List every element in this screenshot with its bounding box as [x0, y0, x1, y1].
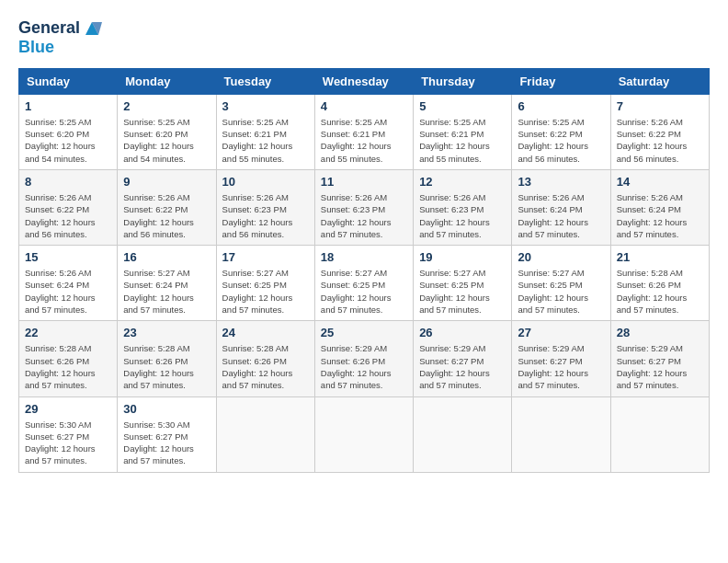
logo: General Blue [18, 18, 102, 57]
cell-text: Sunrise: 5:29 AM Sunset: 6:27 PM Dayligh… [518, 342, 604, 391]
cell-text: Sunrise: 5:26 AM Sunset: 6:22 PM Dayligh… [123, 191, 210, 240]
cell-text: Sunrise: 5:28 AM Sunset: 6:26 PM Dayligh… [222, 342, 309, 391]
day-number: 13 [518, 175, 604, 189]
header-day-saturday: Saturday [610, 68, 709, 94]
cell-text: Sunrise: 5:26 AM Sunset: 6:24 PM Dayligh… [617, 191, 703, 240]
day-number: 11 [321, 175, 407, 189]
cell-text: Sunrise: 5:29 AM Sunset: 6:27 PM Dayligh… [419, 342, 506, 391]
calendar-cell: 14Sunrise: 5:26 AM Sunset: 6:24 PM Dayli… [610, 169, 709, 245]
calendar-week-4: 22Sunrise: 5:28 AM Sunset: 6:26 PM Dayli… [19, 321, 710, 396]
cell-text: Sunrise: 5:25 AM Sunset: 6:20 PM Dayligh… [25, 116, 111, 165]
day-number: 8 [25, 175, 111, 189]
header-row: SundayMondayTuesdayWednesdayThursdayFrid… [19, 68, 710, 94]
day-number: 1 [25, 99, 111, 113]
calendar-cell: 25Sunrise: 5:29 AM Sunset: 6:26 PM Dayli… [314, 321, 413, 396]
header-day-tuesday: Tuesday [216, 68, 314, 94]
cell-text: Sunrise: 5:25 AM Sunset: 6:21 PM Dayligh… [419, 116, 506, 165]
day-number: 6 [518, 99, 604, 113]
cell-text: Sunrise: 5:27 AM Sunset: 6:24 PM Dayligh… [123, 267, 210, 316]
cell-text: Sunrise: 5:26 AM Sunset: 6:24 PM Dayligh… [25, 267, 111, 316]
day-number: 30 [123, 402, 210, 416]
calendar-cell: 29Sunrise: 5:30 AM Sunset: 6:27 PM Dayli… [19, 396, 118, 472]
header-day-thursday: Thursday [414, 68, 512, 94]
calendar-cell: 24Sunrise: 5:28 AM Sunset: 6:26 PM Dayli… [216, 321, 314, 396]
calendar-cell: 20Sunrise: 5:27 AM Sunset: 6:25 PM Dayli… [512, 246, 610, 321]
calendar-table: SundayMondayTuesdayWednesdayThursdayFrid… [18, 68, 710, 473]
cell-text: Sunrise: 5:25 AM Sunset: 6:20 PM Dayligh… [123, 116, 210, 165]
day-number: 27 [518, 326, 604, 339]
cell-text: Sunrise: 5:26 AM Sunset: 6:23 PM Dayligh… [321, 191, 407, 240]
calendar-cell: 22Sunrise: 5:28 AM Sunset: 6:26 PM Dayli… [19, 321, 118, 396]
calendar-cell: 30Sunrise: 5:30 AM Sunset: 6:27 PM Dayli… [118, 396, 216, 472]
calendar-cell: 3Sunrise: 5:25 AM Sunset: 6:21 PM Daylig… [216, 94, 314, 169]
calendar-cell: 17Sunrise: 5:27 AM Sunset: 6:25 PM Dayli… [216, 246, 314, 321]
day-number: 17 [222, 250, 309, 264]
cell-text: Sunrise: 5:30 AM Sunset: 6:27 PM Dayligh… [25, 419, 111, 467]
day-number: 14 [617, 175, 703, 189]
day-number: 18 [321, 250, 407, 264]
day-number: 2 [123, 99, 210, 113]
cell-text: Sunrise: 5:26 AM Sunset: 6:22 PM Dayligh… [617, 116, 703, 165]
day-number: 20 [518, 250, 604, 264]
day-number: 9 [123, 175, 210, 189]
calendar-cell: 1Sunrise: 5:25 AM Sunset: 6:20 PM Daylig… [19, 94, 118, 169]
calendar-cell: 18Sunrise: 5:27 AM Sunset: 6:25 PM Dayli… [314, 246, 413, 321]
calendar-cell: 5Sunrise: 5:25 AM Sunset: 6:21 PM Daylig… [414, 94, 512, 169]
calendar-cell: 8Sunrise: 5:26 AM Sunset: 6:22 PM Daylig… [19, 169, 118, 245]
day-number: 23 [123, 326, 210, 339]
cell-text: Sunrise: 5:30 AM Sunset: 6:27 PM Dayligh… [123, 419, 210, 467]
cell-text: Sunrise: 5:29 AM Sunset: 6:26 PM Dayligh… [321, 342, 407, 391]
day-number: 26 [419, 326, 506, 339]
calendar-cell: 13Sunrise: 5:26 AM Sunset: 6:24 PM Dayli… [512, 169, 610, 245]
logo-text: General [18, 18, 102, 39]
calendar-cell: 15Sunrise: 5:26 AM Sunset: 6:24 PM Dayli… [19, 246, 118, 321]
day-number: 7 [617, 99, 703, 113]
header-day-friday: Friday [512, 68, 610, 94]
cell-text: Sunrise: 5:28 AM Sunset: 6:26 PM Dayligh… [123, 342, 210, 391]
cell-text: Sunrise: 5:27 AM Sunset: 6:25 PM Dayligh… [222, 267, 309, 316]
cell-text: Sunrise: 5:27 AM Sunset: 6:25 PM Dayligh… [321, 267, 407, 316]
calendar-week-5: 29Sunrise: 5:30 AM Sunset: 6:27 PM Dayli… [19, 396, 710, 472]
calendar-cell: 21Sunrise: 5:28 AM Sunset: 6:26 PM Dayli… [610, 246, 709, 321]
cell-text: Sunrise: 5:26 AM Sunset: 6:23 PM Dayligh… [222, 191, 309, 240]
calendar-cell [610, 396, 709, 472]
calendar-cell: 12Sunrise: 5:26 AM Sunset: 6:23 PM Dayli… [414, 169, 512, 245]
calendar-cell [216, 396, 314, 472]
cell-text: Sunrise: 5:27 AM Sunset: 6:25 PM Dayligh… [419, 267, 506, 316]
cell-text: Sunrise: 5:29 AM Sunset: 6:27 PM Dayligh… [617, 342, 703, 391]
day-number: 25 [321, 326, 407, 339]
cell-text: Sunrise: 5:26 AM Sunset: 6:23 PM Dayligh… [419, 191, 506, 240]
day-number: 15 [25, 250, 111, 264]
cell-text: Sunrise: 5:28 AM Sunset: 6:26 PM Dayligh… [25, 342, 111, 391]
header-day-monday: Monday [118, 68, 216, 94]
calendar-cell: 16Sunrise: 5:27 AM Sunset: 6:24 PM Dayli… [118, 246, 216, 321]
day-number: 28 [617, 326, 703, 339]
day-number: 12 [419, 175, 506, 189]
cell-text: Sunrise: 5:26 AM Sunset: 6:24 PM Dayligh… [518, 191, 604, 240]
day-number: 29 [25, 402, 111, 416]
calendar-cell: 27Sunrise: 5:29 AM Sunset: 6:27 PM Dayli… [512, 321, 610, 396]
calendar-cell: 7Sunrise: 5:26 AM Sunset: 6:22 PM Daylig… [610, 94, 709, 169]
logo-blue-text: Blue [18, 39, 102, 57]
calendar-cell: 6Sunrise: 5:25 AM Sunset: 6:22 PM Daylig… [512, 94, 610, 169]
cell-text: Sunrise: 5:25 AM Sunset: 6:21 PM Dayligh… [321, 116, 407, 165]
calendar-cell: 9Sunrise: 5:26 AM Sunset: 6:22 PM Daylig… [118, 169, 216, 245]
cell-text: Sunrise: 5:28 AM Sunset: 6:26 PM Dayligh… [617, 267, 703, 316]
calendar-cell: 4Sunrise: 5:25 AM Sunset: 6:21 PM Daylig… [314, 94, 413, 169]
header-day-wednesday: Wednesday [314, 68, 413, 94]
calendar-cell: 19Sunrise: 5:27 AM Sunset: 6:25 PM Dayli… [414, 246, 512, 321]
calendar-cell: 2Sunrise: 5:25 AM Sunset: 6:20 PM Daylig… [118, 94, 216, 169]
header: General Blue [18, 18, 710, 57]
day-number: 3 [222, 99, 309, 113]
day-number: 4 [321, 99, 407, 113]
calendar-cell [314, 396, 413, 472]
header-day-sunday: Sunday [19, 68, 118, 94]
day-number: 21 [617, 250, 703, 264]
calendar-cell: 23Sunrise: 5:28 AM Sunset: 6:26 PM Dayli… [118, 321, 216, 396]
day-number: 5 [419, 99, 506, 113]
cell-text: Sunrise: 5:27 AM Sunset: 6:25 PM Dayligh… [518, 267, 604, 316]
calendar-cell: 28Sunrise: 5:29 AM Sunset: 6:27 PM Dayli… [610, 321, 709, 396]
calendar-cell [512, 396, 610, 472]
day-number: 16 [123, 250, 210, 264]
calendar-cell: 10Sunrise: 5:26 AM Sunset: 6:23 PM Dayli… [216, 169, 314, 245]
